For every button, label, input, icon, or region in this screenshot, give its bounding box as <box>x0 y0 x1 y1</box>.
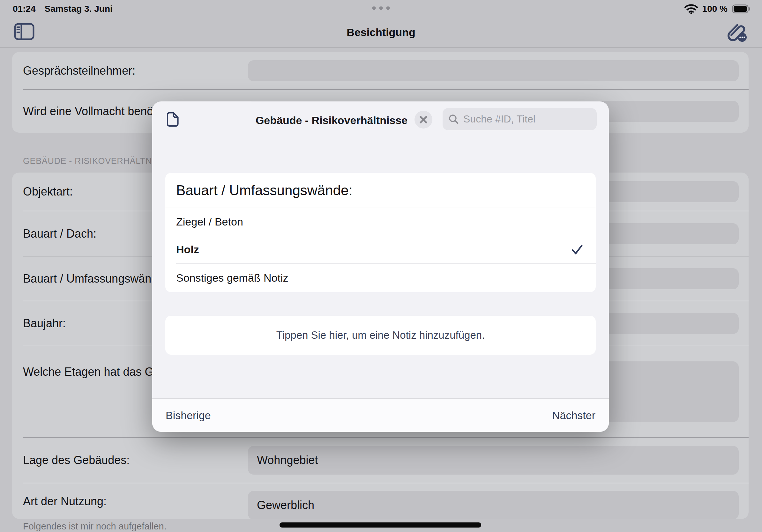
option-label: Ziegel / Beton <box>176 216 243 228</box>
option-label: Holz <box>176 243 199 256</box>
question-title: Bauart / Umfassungswände: <box>165 173 596 208</box>
form-row-label: Bauart / Dach: <box>23 227 96 240</box>
section-footer: Folgendes ist mir noch aufgefallen. <box>23 521 167 532</box>
form-row-label: Baujahr: <box>23 317 66 330</box>
previous-button[interactable]: Bisherige <box>166 409 211 422</box>
option-row-selected[interactable]: Holz <box>165 236 596 263</box>
close-icon <box>419 115 427 124</box>
app-screen: 01:24 Samstag 3. Juni 100 % <box>0 0 762 532</box>
status-time: 01:24 <box>13 4 36 14</box>
question-card: Bauart / Umfassungswände: Ziegel / Beton… <box>165 173 596 292</box>
form-row-label: Wird eine Vollmacht benöti <box>23 104 159 118</box>
form-row-label: Objektart: <box>23 185 73 198</box>
form-row-label: Gesprächsteilnehmer: <box>23 64 135 78</box>
battery-icon <box>732 4 750 13</box>
form-row[interactable]: Lage des Gebäudes: Wohngebiet <box>12 437 749 483</box>
search-input[interactable] <box>463 113 597 125</box>
field-value: Wohngebiet <box>257 453 318 467</box>
close-button[interactable] <box>415 111 432 129</box>
paperclip-attachments-icon[interactable] <box>726 21 748 43</box>
field-value: Gewerblich <box>257 499 314 512</box>
form-field[interactable]: Gewerblich <box>248 491 739 519</box>
form-row-label: Art der Nutzung: <box>23 495 107 508</box>
page-title: Besichtigung <box>0 26 762 38</box>
add-note-area[interactable]: Tippen Sie hier, um eine Notiz hinzuzufü… <box>165 316 596 355</box>
dialog-footer: Bisherige Nächster <box>152 398 609 432</box>
option-row[interactable]: Sonstiges gemäß Notiz <box>165 263 596 292</box>
section-header: GEBÄUDE - RISIKOVERHÄLTNISSE <box>23 156 172 166</box>
search-icon <box>448 114 459 124</box>
multitask-dots-icon[interactable] <box>372 6 390 10</box>
status-date: Samstag 3. Juni <box>45 4 113 14</box>
checkmark-icon <box>572 245 583 255</box>
search-field[interactable] <box>443 108 597 130</box>
status-bar: 01:24 Samstag 3. Juni 100 % <box>0 0 762 18</box>
form-field[interactable] <box>248 60 739 81</box>
option-label: Sonstiges gemäß Notiz <box>176 272 288 284</box>
next-button[interactable]: Nächster <box>552 409 595 422</box>
form-row[interactable]: Art der Nutzung: Gewerblich <box>12 483 749 519</box>
wifi-icon <box>684 4 698 14</box>
nav-bar: Besichtigung <box>0 18 762 47</box>
question-dialog: Gebäude - Risikoverhältnisse Bauart / Um… <box>152 101 609 432</box>
form-row-label: Welche Etagen hat das Geb <box>23 365 167 378</box>
option-row[interactable]: Ziegel / Beton <box>165 208 596 236</box>
form-row[interactable]: Gesprächsteilnehmer: <box>12 52 749 89</box>
form-field[interactable]: Wohngebiet <box>248 446 739 475</box>
note-placeholder: Tippen Sie hier, um eine Notiz hinzuzufü… <box>276 329 485 341</box>
home-indicator[interactable] <box>279 522 481 528</box>
form-row-label: Bauart / Umfassungswände <box>23 272 164 286</box>
battery-percent: 100 % <box>702 4 727 14</box>
form-row-label: Lage des Gebäudes: <box>23 453 129 467</box>
